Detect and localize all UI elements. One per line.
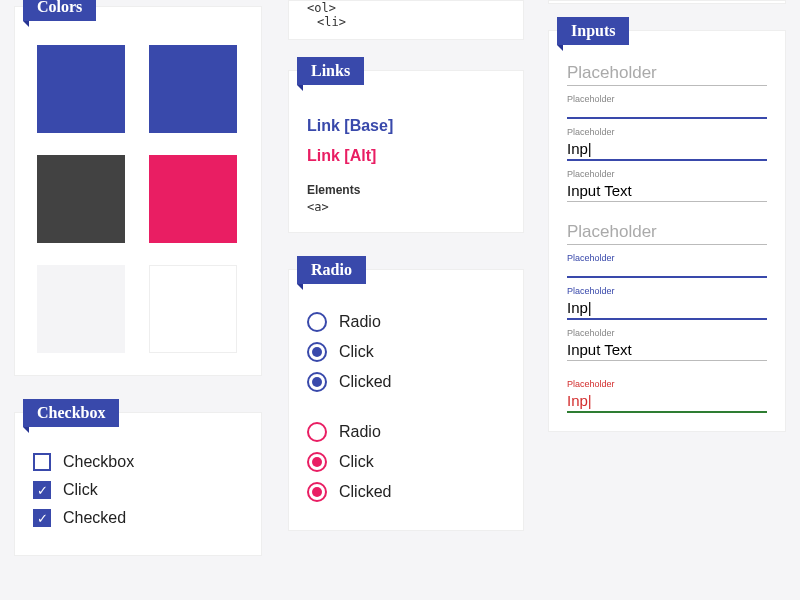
check-icon: ✓ [37,512,48,525]
radio-icon [307,372,327,392]
text-input[interactable]: Input Text [567,339,767,361]
radio-dot-icon [312,347,322,357]
check-icon: ✓ [37,484,48,497]
input-label: Placeholder [567,286,767,296]
color-swatch [37,155,125,243]
radio-icon [307,452,327,472]
checkbox-icon: ✓ [33,481,51,499]
elements-heading: Elements [307,183,505,197]
radio-item[interactable]: Clicked [307,372,505,392]
text-input[interactable]: Input Text [567,180,767,202]
radio-item[interactable]: Radio [307,422,505,442]
code-line: <ol> [307,1,505,15]
color-swatch [149,155,237,243]
radio-icon [307,312,327,332]
radio-label: Radio [339,423,381,441]
text-input[interactable]: Inp| [567,297,767,320]
radio-item[interactable]: Clicked [307,482,505,502]
text-input[interactable]: Placeholder [567,220,767,245]
checkbox-item[interactable]: ✓ Checked [33,509,243,527]
checkbox-icon: ✓ [33,509,51,527]
partial-code-card: <ol> <li> [288,0,524,40]
color-swatch [37,265,125,353]
text-input[interactable]: Placeholder [567,61,767,86]
links-card-title: Links [297,57,364,85]
radio-label: Click [339,343,374,361]
checkbox-label: Click [63,481,98,499]
radio-dot-icon [312,457,322,467]
radio-item[interactable]: Click [307,452,505,472]
radio-item[interactable]: Radio [307,312,505,332]
input-label: Placeholder [567,169,767,179]
radio-dot-icon [312,377,322,387]
radio-item[interactable]: Click [307,342,505,362]
link-alt[interactable]: Link [Alt] [307,147,505,165]
input-label: Placeholder [567,328,767,338]
radio-icon [307,482,327,502]
radio-label: Click [339,453,374,471]
code-line: <li> [307,15,505,29]
inputs-card-title: Inputs [557,17,629,45]
text-input[interactable] [567,264,767,278]
radio-label: Radio [339,313,381,331]
color-swatch [149,265,237,353]
input-label: Placeholder [567,94,767,104]
input-label: Placeholder [567,253,767,263]
checkbox-item[interactable]: Checkbox [33,453,243,471]
link-base[interactable]: Link [Base] [307,117,505,135]
checkbox-card-title: Checkbox [23,399,119,427]
color-swatch [37,45,125,133]
text-input[interactable]: Inp| [567,138,767,161]
checkbox-label: Checked [63,509,126,527]
radio-dot-icon [312,487,322,497]
radio-icon [307,342,327,362]
color-swatch [149,45,237,133]
checkbox-item[interactable]: ✓ Click [33,481,243,499]
text-input[interactable]: Inp| [567,390,767,413]
checkbox-icon [33,453,51,471]
input-label: Placeholder [567,379,767,389]
radio-icon [307,422,327,442]
partial-card [548,0,786,4]
colors-card-title: Colors [23,0,96,21]
radio-label: Clicked [339,373,391,391]
radio-label: Clicked [339,483,391,501]
element-tag: <a> [307,200,505,214]
text-input[interactable] [567,105,767,119]
checkbox-label: Checkbox [63,453,134,471]
input-label: Placeholder [567,127,767,137]
radio-card-title: Radio [297,256,366,284]
